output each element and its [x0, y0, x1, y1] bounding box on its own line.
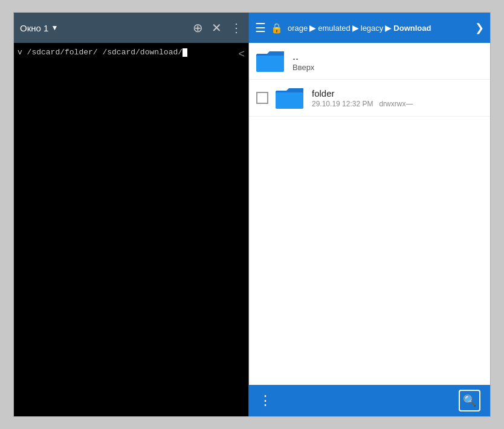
fm-breadcrumb: orage ▶ emulated ▶ legacy ▶ Download	[288, 23, 468, 33]
folder-item-meta: 29.10.19 12:32 PM drwxrwx—	[312, 100, 413, 108]
terminal-cursor	[183, 48, 187, 57]
terminal-title-group: Окно 1 ▼	[20, 23, 58, 33]
fm-search-button[interactable]: 🔍	[459, 390, 480, 411]
svg-rect-1	[256, 56, 284, 72]
fm-chevron-right-icon[interactable]: ❯	[475, 21, 484, 34]
folder-item-info: folder 29.10.19 12:32 PM drwxrwx—	[312, 88, 413, 108]
folder-icon-parent	[256, 49, 285, 73]
parent-item-label: Вверх	[292, 63, 314, 72]
breadcrumb-sep1: ▶	[309, 23, 316, 33]
terminal-panel: Окно 1 ▼ ⊕ ✕ ⋮ v /sdcard/folder/ /sdcard…	[14, 13, 249, 416]
screen-container: Окно 1 ▼ ⊕ ✕ ⋮ v /sdcard/folder/ /sdcard…	[13, 12, 491, 417]
terminal-more-button[interactable]: ⋮	[230, 22, 242, 34]
breadcrumb-legacy[interactable]: legacy	[361, 24, 384, 33]
folder-icon-folder	[276, 86, 305, 110]
breadcrumb-sep3: ▶	[385, 23, 392, 33]
terminal-actions: ⊕ ✕ ⋮	[193, 22, 242, 34]
terminal-title: Окно 1	[20, 23, 48, 33]
parent-item-info: .. Вверх	[292, 51, 314, 72]
fm-header: ☰ 🔒 orage ▶ emulated ▶ legacy ▶ Download…	[249, 13, 490, 43]
list-item-parent[interactable]: .. Вверх	[249, 43, 490, 80]
terminal-dropdown-arrow[interactable]: ▼	[51, 24, 58, 32]
svg-rect-3	[276, 92, 303, 109]
fm-footer: ⋮ 🔍	[249, 385, 490, 416]
terminal-header: Окно 1 ▼ ⊕ ✕ ⋮	[14, 13, 248, 43]
fm-search-icon: 🔍	[463, 394, 476, 407]
terminal-prompt: v /sdcard/folder/ /sdcard/download/	[18, 48, 183, 57]
terminal-back-button[interactable]: <	[239, 48, 245, 60]
breadcrumb-storage[interactable]: orage	[288, 24, 308, 33]
fm-lock-icon: 🔒	[271, 22, 283, 34]
breadcrumb-download[interactable]: Download	[393, 24, 431, 33]
terminal-body: v /sdcard/folder/ /sdcard/download/ <	[14, 43, 248, 416]
terminal-add-button[interactable]: ⊕	[193, 22, 203, 34]
fm-more-icon[interactable]: ⋮	[259, 393, 272, 408]
folder-item-name: folder	[312, 88, 413, 98]
fm-menu-icon[interactable]: ☰	[255, 21, 266, 35]
file-manager-panel: ☰ 🔒 orage ▶ emulated ▶ legacy ▶ Download…	[249, 13, 490, 416]
fm-content: .. Вверх folder 29.10.19 12:32 PM drwxrw	[249, 43, 490, 385]
terminal-close-button[interactable]: ✕	[212, 22, 222, 34]
folder-checkbox[interactable]	[256, 92, 268, 104]
breadcrumb-sep2: ▶	[352, 23, 359, 33]
list-item-folder[interactable]: folder 29.10.19 12:32 PM drwxrwx—	[249, 80, 490, 117]
parent-item-dots: ..	[292, 51, 314, 62]
breadcrumb-emulated[interactable]: emulated	[318, 24, 350, 33]
terminal-command-line: v /sdcard/folder/ /sdcard/download/	[18, 48, 245, 57]
